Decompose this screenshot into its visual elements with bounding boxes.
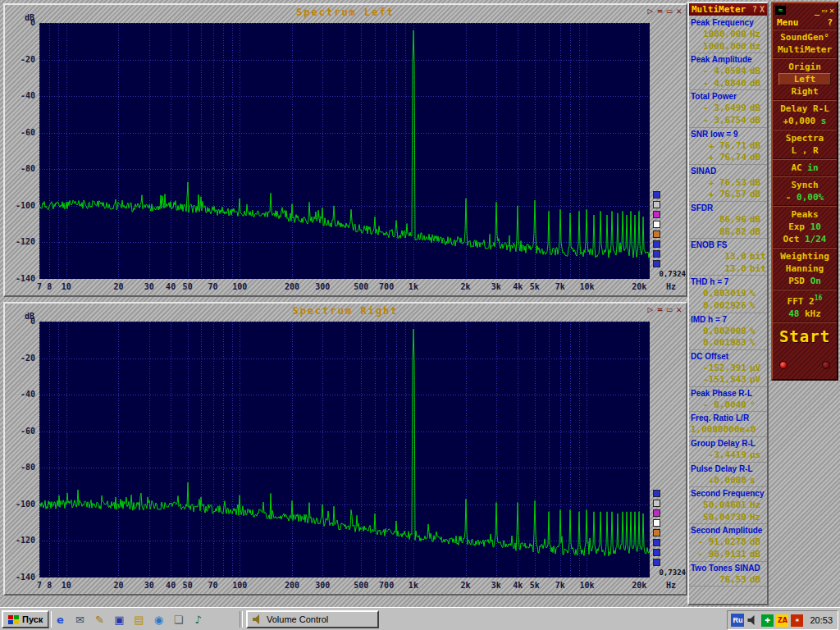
multimeter-unit: dB bbox=[746, 152, 765, 164]
alert-icon[interactable]: ✶ bbox=[791, 614, 803, 627]
y-tick-label: -60 bbox=[5, 427, 35, 436]
legend-swatch[interactable] bbox=[653, 490, 660, 497]
minimize-icon[interactable]: _ bbox=[815, 6, 819, 15]
legend-swatch[interactable] bbox=[653, 539, 660, 546]
music-icon[interactable]: ♪ bbox=[190, 612, 206, 628]
document-icon[interactable]: ❏ bbox=[171, 612, 186, 628]
close-icon[interactable]: X bbox=[760, 5, 765, 14]
plot-maximize-icon[interactable]: ▭ bbox=[667, 7, 673, 16]
window-titlebar[interactable]: Spectrum Right bbox=[5, 304, 686, 317]
multimeter-label: Peak Frequency bbox=[691, 16, 765, 29]
panel-item-peaks[interactable]: Peaks bbox=[773, 208, 837, 221]
y-axis-unit-label: dB bbox=[25, 312, 34, 321]
multimeter-value: - 4,0584 bbox=[691, 66, 746, 78]
help-icon[interactable]: ? bbox=[752, 5, 757, 14]
plot-menu-icon[interactable]: = bbox=[657, 305, 663, 315]
legend-swatch[interactable] bbox=[653, 509, 660, 517]
zonealarm-icon[interactable]: ZA bbox=[776, 614, 788, 627]
window-titlebar[interactable]: Spectrum Left bbox=[5, 5, 686, 19]
globe-icon[interactable]: ◉ bbox=[151, 612, 167, 628]
multimeter-value-row: -3,4419µs bbox=[691, 450, 765, 462]
spectrum-plot[interactable] bbox=[39, 23, 650, 279]
panel-item-fft-2[interactable]: FFT 216 bbox=[773, 292, 837, 308]
legend-swatch[interactable] bbox=[653, 260, 660, 267]
panel-item-synch[interactable]: Synch bbox=[773, 179, 837, 191]
start-button[interactable]: Пуск bbox=[2, 610, 49, 628]
panel-item-hanning[interactable]: Hanning bbox=[773, 262, 837, 275]
panel-item-multimeter[interactable]: MultiMeter bbox=[773, 43, 837, 56]
legend-swatch[interactable] bbox=[653, 549, 660, 556]
plot-run-icon[interactable]: ▷ bbox=[648, 7, 654, 16]
mail-icon[interactable]: ✉ bbox=[72, 612, 88, 628]
multimeter-value: 76,53 bbox=[691, 574, 746, 587]
plot-run-icon[interactable]: ▷ bbox=[648, 305, 654, 315]
y-tick-label: -140 bbox=[5, 274, 35, 283]
antivirus-icon[interactable]: ✚ bbox=[761, 614, 774, 627]
legend-swatch[interactable] bbox=[653, 250, 660, 258]
legend-swatch[interactable] bbox=[653, 191, 660, 199]
multimeter-unit: dB bbox=[746, 536, 765, 549]
multimeter-label: SFDR bbox=[691, 202, 765, 214]
panel-item-spectra[interactable]: Spectra bbox=[773, 132, 837, 144]
internet-explorer-icon[interactable]: e bbox=[52, 612, 68, 628]
multimeter-label: SNR low = 9 bbox=[691, 128, 765, 140]
legend-swatch[interactable] bbox=[653, 559, 660, 566]
panel-item-0-00[interactable]: - 0,00% bbox=[773, 191, 837, 203]
spectrum-left-window: Spectrum Left ▷=▭✕ dB 0-20-40-60-80-100-… bbox=[3, 3, 687, 297]
multimeter-value-row: 0,002926% bbox=[691, 300, 765, 313]
panel-item-0-000-s[interactable]: +0,000 s bbox=[773, 115, 837, 127]
menu-button[interactable]: Menu bbox=[777, 17, 827, 28]
legend-swatch[interactable] bbox=[653, 201, 660, 208]
multimeter-value: - 0,0040 bbox=[691, 399, 746, 412]
spectrum-plot[interactable] bbox=[39, 322, 650, 578]
panel-item-right[interactable]: Right bbox=[773, 85, 837, 98]
legend-swatch[interactable] bbox=[653, 231, 660, 238]
multimeter-unit bbox=[756, 424, 765, 436]
multimeter-group: Peak Frequency1000,000Hz1000,000Hz bbox=[689, 16, 767, 53]
legend-swatch[interactable] bbox=[653, 211, 660, 218]
panel-item-48[interactable]: 48 kHz bbox=[773, 308, 837, 320]
x-tick-label: 40 bbox=[166, 581, 176, 590]
panel-item-exp-10[interactable]: Exp 10 bbox=[773, 221, 837, 233]
start-measurement-button[interactable]: Start bbox=[773, 327, 837, 345]
pencil-icon[interactable]: ✎ bbox=[92, 612, 107, 628]
legend-swatch[interactable] bbox=[653, 240, 660, 248]
panel-item-delay-r-l[interactable]: Delay R-L bbox=[773, 103, 837, 115]
legend-swatch[interactable] bbox=[653, 221, 660, 228]
panel-item-l-r[interactable]: L , R bbox=[773, 144, 837, 157]
panel-item-oct-1-24[interactable]: Oct 1/24 bbox=[773, 233, 837, 245]
multimeter-group: ENOB FS13,0bit13,0bit bbox=[689, 239, 767, 276]
panel-item-weighting[interactable]: Weighting bbox=[773, 250, 837, 262]
close-icon[interactable]: ✕ bbox=[829, 6, 834, 15]
language-indicator[interactable]: Ru bbox=[731, 614, 744, 627]
volume-tray-icon[interactable] bbox=[747, 615, 758, 625]
multimeter-value-row: - 3,6499dB bbox=[691, 103, 765, 115]
folder-icon[interactable]: ▤ bbox=[131, 612, 147, 628]
panel-item-psd-on[interactable]: PSD On bbox=[773, 275, 837, 287]
legend-swatch[interactable] bbox=[653, 500, 660, 507]
x-tick-label: 20 bbox=[113, 282, 123, 291]
x-tick-label: 50 bbox=[183, 282, 193, 291]
taskbar-button-volume-control[interactable]: Volume Control bbox=[246, 610, 379, 628]
maximize-icon[interactable]: ▭ bbox=[822, 6, 827, 15]
plot-menu-icon[interactable]: = bbox=[657, 7, 663, 16]
multimeter-label: THD h = 7 bbox=[691, 276, 765, 288]
panel-item-soundgen[interactable]: SoundGen° bbox=[773, 31, 837, 43]
panel-item-ac-in[interactable]: AC in bbox=[773, 162, 837, 174]
window-controls: ▷=▭✕ bbox=[648, 7, 682, 16]
panel-titlebar[interactable]: ≈ _ ▭ ✕ bbox=[773, 3, 837, 16]
panel-item-origin[interactable]: Origin bbox=[773, 61, 837, 73]
legend-swatch[interactable] bbox=[653, 529, 660, 536]
help-button[interactable]: ? bbox=[827, 17, 833, 28]
multimeter-value: 0,001983 bbox=[691, 337, 746, 349]
legend-swatch[interactable] bbox=[653, 519, 660, 527]
panel-item-left[interactable]: Left bbox=[778, 73, 831, 85]
plot-close-icon[interactable]: ✕ bbox=[676, 7, 682, 16]
y-tick-label: -40 bbox=[5, 390, 35, 399]
floppy-disk-icon[interactable]: ▣ bbox=[112, 612, 127, 628]
plot-close-icon[interactable]: ✕ bbox=[676, 305, 682, 315]
plot-maximize-icon[interactable]: ▭ bbox=[667, 305, 673, 315]
multimeter-unit: dB bbox=[746, 189, 765, 201]
taskbar-clock[interactable]: 20:53 bbox=[806, 615, 833, 625]
multimeter-titlebar[interactable]: MultiMeter ? X bbox=[689, 3, 767, 16]
